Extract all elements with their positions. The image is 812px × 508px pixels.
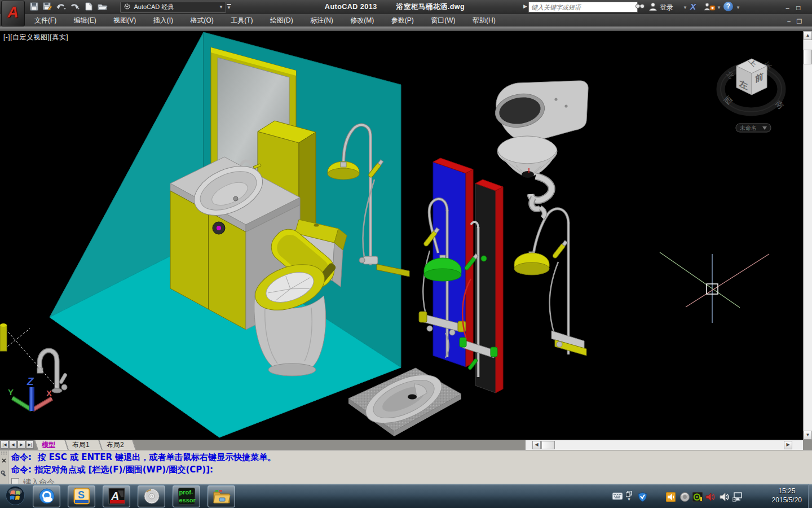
hand-shower-yellow-3[interactable] (552, 240, 568, 259)
show-desktop-button[interactable] (808, 484, 812, 508)
scroll-down-button[interactable]: ▼ (804, 431, 812, 440)
scroll-right-button[interactable]: ▶ (784, 441, 792, 449)
shower-head-yellow-right[interactable] (514, 252, 549, 275)
application-menu-button[interactable]: A (1, 1, 25, 27)
viewcube-named-view-button[interactable]: 未命名 (736, 124, 771, 132)
stay-connected-icon[interactable] (704, 2, 716, 14)
tray-volume-white-icon[interactable] (720, 492, 729, 502)
taskbar-autocad-button[interactable]: A (103, 485, 130, 507)
tab-nav-next-icon[interactable]: ▶ (17, 440, 25, 449)
chevron-down-icon[interactable]: ▼ (219, 2, 223, 12)
drawing-canvas[interactable]: Z Y X 北 东 西 南 上 左 前 未命名 (0, 31, 803, 440)
menu-window[interactable]: 窗口(W) (423, 14, 462, 27)
taskbar-cd-player-button[interactable] (138, 485, 165, 507)
doc-minimize-button[interactable]: – (785, 18, 793, 25)
taskbar-clock[interactable]: 15:25 2015/5/20 (772, 487, 802, 505)
wall-hung-toilet-parts[interactable] (493, 81, 588, 218)
menu-edit[interactable]: 编辑(E) (67, 14, 104, 27)
horizontal-scrollbar[interactable]: ◀ ▶ (526, 440, 803, 450)
start-button[interactable] (5, 485, 26, 506)
tray-volume-orange-icon[interactable] (666, 492, 676, 502)
undo-icon[interactable] (56, 2, 67, 12)
menu-insert[interactable]: 插入(I) (146, 14, 180, 27)
signin-chevron-icon[interactable]: ▼ (683, 5, 687, 10)
tray-expand-chevron-icon[interactable]: ▼ (627, 497, 631, 501)
taskbar: S A prof-essor ▼ 15:25 2015/5/20 (0, 484, 812, 508)
command-wrench-icon[interactable] (1, 471, 6, 476)
menu-file[interactable]: 文件(F) (27, 14, 64, 27)
redo-icon[interactable] (69, 2, 81, 12)
signin-button[interactable]: 登录 (660, 3, 673, 12)
open-folder-icon[interactable] (97, 2, 108, 12)
vertical-scrollbar[interactable]: ▲ ▼ (803, 31, 812, 440)
maximize-button[interactable]: □ (794, 4, 802, 12)
faucet-model[interactable] (37, 351, 68, 393)
menu-view[interactable]: 视图(V) (106, 14, 143, 27)
workspace-dropdown[interactable]: AutoCAD 经典 ▼ (120, 2, 226, 13)
window-title: AutoCAD 2013 浴室柜马桶花洒.dwg (271, 2, 519, 12)
vertical-scroll-thumb[interactable] (804, 50, 812, 64)
command-window[interactable]: 命令: 按 ESC 或 ENTER 键退出，或者单击鼠标右键显示快捷菜单。 命令… (0, 450, 812, 484)
professor-app-icon: prof-essor (178, 488, 195, 505)
title-bar: A AutoCAD 经典 ▼ ▼ AutoCAD 2013 浴室柜马桶花洒.dw… (0, 0, 812, 14)
document-title: 浴室柜马桶花洒.dwg (396, 3, 465, 11)
autocad-app-icon: A (108, 488, 125, 505)
clipped-yellow-object[interactable] (0, 323, 7, 351)
svg-text:S: S (78, 489, 85, 501)
autocad-logo-icon: A (7, 4, 19, 21)
command-close-icon[interactable] (2, 459, 6, 462)
menu-modify[interactable]: 修改(M) (343, 14, 381, 27)
infocenter-toggle-icon[interactable]: ▶ (523, 3, 527, 9)
qat-customize-icon[interactable]: ▼ (227, 4, 231, 10)
clock-time: 15:25 (772, 487, 802, 496)
tray-security-shield-icon[interactable] (638, 492, 647, 502)
horizontal-scroll-thumb[interactable] (541, 441, 555, 449)
taskbar-qq-browser-button[interactable] (33, 485, 60, 507)
taskbar-professor-button[interactable]: prof-essor (173, 485, 200, 507)
tab-nav-last-icon[interactable]: ▶| (26, 440, 34, 449)
menu-dimension[interactable]: 标注(N) (303, 14, 341, 27)
tray-nvidia-icon[interactable] (692, 492, 702, 502)
doc-restore-button[interactable]: ❐ (795, 18, 803, 25)
search-input[interactable] (528, 2, 638, 12)
tab-layout1[interactable]: 布局1 (72, 440, 90, 450)
tab-nav-prev-icon[interactable]: ◀ (9, 440, 17, 449)
quick-access-toolbar (28, 0, 108, 12)
ucs-x-label: X (46, 388, 52, 398)
menu-tools[interactable]: 工具(T) (223, 14, 260, 27)
gear-icon (122, 3, 131, 12)
tray-input-method-icon[interactable] (612, 492, 622, 502)
help-chevron-icon[interactable]: ▼ (736, 5, 740, 10)
viewport-controls-label[interactable]: [-][自定义视图][真实] (3, 33, 68, 42)
save-icon[interactable] (28, 2, 39, 12)
window-frame-strip (0, 27, 812, 31)
viewcube-cube[interactable]: 上 左 前 (736, 58, 767, 95)
viewcube[interactable]: 北 东 西 南 上 左 前 未命名 (721, 58, 785, 132)
shower-set-right[interactable] (514, 209, 586, 356)
shower-head-yellow-left[interactable] (328, 161, 359, 179)
exchange-apps-icon[interactable]: X (690, 2, 696, 11)
save-as-icon[interactable] (42, 2, 53, 12)
tray-network-icon[interactable] (732, 492, 742, 502)
minimize-button[interactable]: – (783, 4, 792, 12)
menu-parametric[interactable]: 参数(P) (384, 14, 421, 27)
ucs-icon: Z Y X (8, 375, 52, 411)
help-icon[interactable]: ? (723, 2, 733, 11)
tab-nav-first-icon[interactable]: |◀ (1, 440, 8, 449)
tray-gray-sphere-icon[interactable] (680, 492, 690, 502)
tray-volume-red-icon[interactable] (705, 492, 715, 502)
menu-draw[interactable]: 绘图(D) (263, 14, 301, 27)
menu-format[interactable]: 格式(O) (183, 14, 220, 27)
tab-layout2[interactable]: 布局2 (107, 440, 124, 450)
new-file-icon[interactable] (83, 2, 95, 12)
ucs-z-label: Z (27, 375, 34, 387)
scroll-up-button[interactable]: ▲ (804, 31, 812, 40)
connected-chevron-icon[interactable]: ▼ (717, 5, 721, 10)
search-icon[interactable] (635, 2, 646, 14)
tab-model[interactable]: 模型 (42, 440, 55, 450)
menu-help[interactable]: 帮助(H) (465, 14, 503, 27)
model-space-view[interactable]: Z Y X 北 东 西 南 上 左 前 未命名 (0, 31, 803, 440)
taskbar-education-app-button[interactable]: S (68, 485, 95, 507)
scroll-left-button[interactable]: ◀ (532, 441, 541, 449)
taskbar-explorer-button[interactable] (208, 485, 235, 507)
